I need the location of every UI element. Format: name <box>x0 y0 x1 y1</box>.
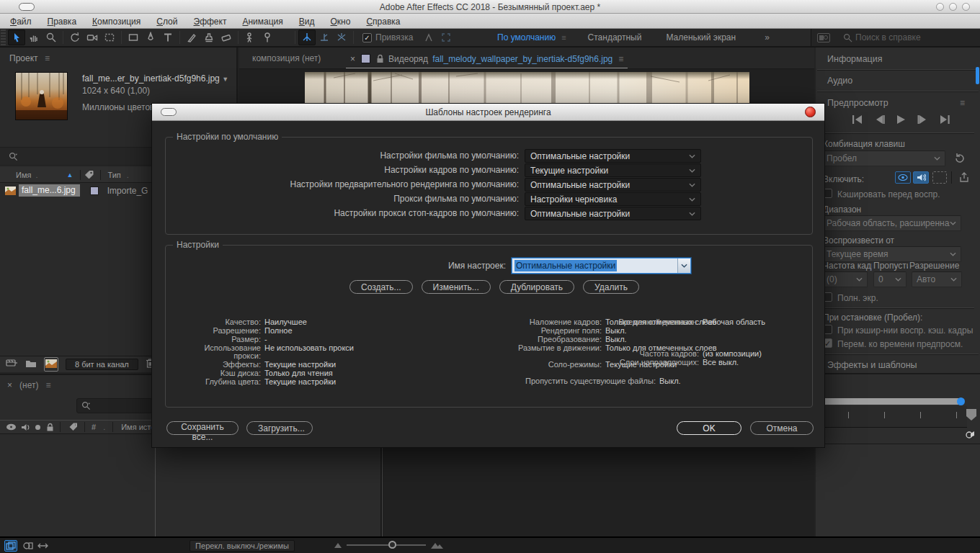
include-video-icon[interactable] <box>895 171 911 184</box>
menu-item[interactable]: Слой <box>156 17 177 27</box>
dialog-close-button[interactable] <box>805 107 816 117</box>
preview-panel-header[interactable]: Предпросмотр <box>827 98 888 108</box>
setting-dropdown[interactable]: Оптимальные настройки <box>525 178 701 192</box>
time-ruler[interactable] <box>816 406 967 428</box>
load-button[interactable]: Загрузить... <box>246 421 313 435</box>
include-audio-icon[interactable] <box>913 171 929 184</box>
effects-presets-header[interactable]: Эффекты и шаблоны <box>827 360 917 370</box>
work-area-bar[interactable] <box>820 398 961 405</box>
project-panel-title[interactable]: Проект <box>9 53 38 63</box>
cancel-button[interactable]: Отмена <box>750 421 814 435</box>
timeline-tab[interactable]: × (нет) ≡ <box>7 380 50 390</box>
toggle-switches-modes-button[interactable]: Перекл. выключ./режимы <box>190 540 295 552</box>
edit-template-button[interactable]: Изменить... <box>422 280 491 294</box>
selection-tool-icon[interactable] <box>8 30 25 45</box>
snap-region-icon[interactable] <box>437 30 455 45</box>
workspace-standard[interactable]: Стандартный <box>588 32 642 42</box>
range-dropdown[interactable]: Рабочая область, расширенная... <box>821 215 961 231</box>
workspace-small-screen[interactable]: Маленький экран <box>666 32 736 42</box>
stamp-tool-icon[interactable] <box>200 30 218 45</box>
video-visibility-icon[interactable] <box>6 423 17 431</box>
next-frame-icon[interactable] <box>917 115 928 124</box>
column-name[interactable]: Имя <box>16 171 31 179</box>
setting-dropdown[interactable]: Оптимальные настройки <box>525 149 701 163</box>
new-template-button[interactable]: Создать... <box>349 280 413 294</box>
column-type[interactable]: Тип <box>107 171 120 179</box>
pan-behind-tool-icon[interactable] <box>101 30 118 45</box>
comp-marker-bin-icon[interactable] <box>964 429 976 441</box>
duplicate-template-button[interactable]: Дублировать <box>499 280 574 294</box>
timeline-search-bar[interactable] <box>76 398 153 413</box>
window-control-2[interactable] <box>949 3 957 11</box>
setting-dropdown[interactable]: Настройки черновика <box>525 192 701 206</box>
last-frame-icon[interactable] <box>940 115 950 124</box>
help-search-input[interactable] <box>855 32 971 42</box>
comp-marker-icon[interactable] <box>965 408 978 422</box>
play-from-dropdown[interactable]: Текущее время <box>821 246 961 262</box>
type-tool-icon[interactable] <box>159 30 177 45</box>
puppet-pin-tool-icon[interactable] <box>259 30 276 45</box>
include-overlays-icon[interactable] <box>932 171 947 184</box>
pen-tool-icon[interactable] <box>142 30 159 45</box>
audio-mute-icon[interactable] <box>21 423 30 431</box>
new-composition-icon[interactable] <box>44 357 58 372</box>
workspace-overflow-icon[interactable]: » <box>765 32 769 42</box>
audio-panel-header[interactable]: Аудио <box>827 76 852 86</box>
menu-item[interactable]: Справка <box>366 17 400 27</box>
menu-item[interactable]: Правка <box>48 17 77 27</box>
local-axis-mode-icon[interactable] <box>298 30 316 45</box>
save-all-button[interactable]: Сохранить все... <box>166 421 239 435</box>
rotate-tool-icon[interactable] <box>66 30 84 45</box>
label-color-swatch[interactable] <box>90 186 99 195</box>
play-icon[interactable] <box>896 115 906 124</box>
workspace-default[interactable]: По умолчанию <box>497 32 556 42</box>
sort-ascending-icon[interactable]: ▲ <box>67 171 74 179</box>
first-frame-icon[interactable] <box>852 115 863 124</box>
share-preview-icon[interactable] <box>958 172 970 183</box>
window-control-3[interactable] <box>962 3 970 11</box>
roto-brush-tool-icon[interactable] <box>241 30 259 45</box>
eraser-tool-icon[interactable] <box>218 30 235 45</box>
dialog-pill-button[interactable] <box>161 108 177 116</box>
zoom-in-icon[interactable] <box>430 541 445 549</box>
close-tab-icon[interactable]: × <box>350 54 355 64</box>
solo-icon[interactable] <box>35 425 40 430</box>
label-column-icon[interactable] <box>84 170 94 180</box>
hand-tool-icon[interactable] <box>25 30 43 45</box>
shortcut-dropdown[interactable]: Пробел <box>821 150 945 166</box>
skip-dropdown[interactable]: 0 <box>873 271 906 287</box>
expand-layer-switches-icon[interactable] <box>4 540 17 552</box>
bit-depth-button[interactable]: 8 бит на канал <box>66 359 138 370</box>
transfer-controls-icon[interactable] <box>22 540 35 552</box>
snap-checkbox[interactable]: ✓ <box>362 33 372 42</box>
index-column[interactable]: # <box>92 423 96 431</box>
project-file-name[interactable]: fall_me...er_by_inertiak-d5fg9h6.jpg ▼ <box>82 73 228 84</box>
zoom-track[interactable] <box>347 544 426 546</box>
viewer-menu-icon[interactable]: ≡ <box>618 54 623 64</box>
previous-frame-icon[interactable] <box>874 115 885 124</box>
reset-icon[interactable] <box>954 153 965 163</box>
ok-button[interactable]: OK <box>677 421 741 435</box>
new-folder-icon[interactable] <box>25 358 37 371</box>
world-axis-mode-icon[interactable] <box>316 30 333 45</box>
tab-composition-none[interactable]: композиция (нет) <box>252 53 321 63</box>
parent-link-icon[interactable] <box>36 540 49 552</box>
workspace-menu-icon[interactable]: ≡ <box>561 33 566 42</box>
lock-icon[interactable] <box>46 423 54 431</box>
setting-dropdown[interactable]: Оптимальные настройки <box>525 207 701 220</box>
cc-libraries-icon[interactable] <box>817 33 830 42</box>
window-control-1[interactable] <box>936 3 944 11</box>
resolution-dropdown[interactable]: Авто <box>912 271 962 287</box>
combo-dropdown-button[interactable] <box>677 258 690 273</box>
close-tab-icon[interactable]: × <box>7 380 12 390</box>
menu-item[interactable]: Вид <box>299 17 315 27</box>
menu-item[interactable]: Файл <box>10 17 32 27</box>
interpret-footage-icon[interactable] <box>6 358 18 371</box>
menu-item[interactable]: Анимация <box>242 17 282 27</box>
label-column-icon[interactable] <box>68 422 79 432</box>
delete-template-button[interactable]: Удалить <box>583 280 639 294</box>
menu-item[interactable]: Эффект <box>194 17 227 27</box>
camera-tool-icon[interactable] <box>84 30 101 45</box>
zoom-tool-icon[interactable] <box>43 30 60 45</box>
project-panel-menu-icon[interactable]: ≡ <box>45 53 50 63</box>
